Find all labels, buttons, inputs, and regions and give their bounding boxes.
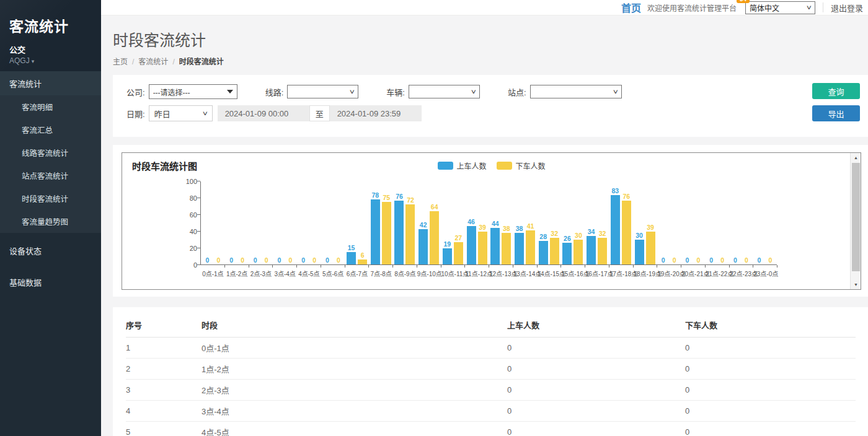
bar[interactable] (502, 233, 511, 264)
bar[interactable] (598, 238, 607, 264)
bar-group: 1927 (441, 181, 465, 264)
y-axis-tick (197, 248, 200, 248)
sidebar-item[interactable]: 基础数据 (0, 268, 101, 296)
org-code-dropdown[interactable]: AQGJ▾ (9, 56, 92, 65)
sidebar-item-passenger-stats[interactable]: 客流统计 (0, 71, 101, 95)
x-axis-label: 5点-6点 (321, 269, 345, 278)
table-row[interactable]: 10点-1点00 (126, 338, 856, 359)
y-axis-tick (197, 198, 200, 198)
bar-column: 0 (262, 256, 271, 264)
bar[interactable] (371, 199, 380, 264)
bar-column: 30 (635, 232, 644, 265)
bar-column: 83 (611, 187, 620, 264)
bar[interactable] (478, 232, 487, 264)
company-select[interactable]: ---请选择--- (149, 84, 237, 99)
logout-link[interactable]: 退出登录 (831, 2, 863, 14)
date-from-input[interactable]: 2024-01-09 00:00 (218, 105, 309, 121)
bar-column: 78 (371, 191, 380, 264)
breadcrumb-item[interactable]: 主页 (113, 58, 128, 66)
company-label: 公司: (126, 86, 145, 98)
legend-item[interactable]: 下车人数 (497, 160, 546, 171)
bar[interactable] (418, 229, 428, 264)
bar[interactable] (430, 211, 439, 264)
bar[interactable] (562, 243, 572, 264)
bar-group: 00 (753, 181, 777, 264)
main-area: 首页 欢迎使用客流统计管理平台 34 简体中文 ˅ 退出登录 时段客流统计 主页… (101, 0, 868, 436)
sidebar-item[interactable]: 设备状态 (0, 237, 101, 264)
notification-badge[interactable]: 34 (737, 0, 750, 3)
bar-column: 0 (203, 256, 212, 264)
scroll-up-icon[interactable]: ▲ (851, 153, 861, 162)
bar[interactable] (635, 240, 644, 265)
bar[interactable] (443, 248, 452, 264)
bar[interactable] (539, 241, 548, 264)
bar[interactable] (646, 232, 655, 264)
language-select-wrap: 34 简体中文 ˅ (745, 1, 815, 14)
bar-value-label: 0 (337, 256, 340, 264)
table-row[interactable]: 21点-2点00 (126, 359, 856, 380)
scrollbar-thumb[interactable] (852, 163, 860, 271)
bar[interactable] (574, 240, 583, 265)
station-label: 站点: (508, 86, 526, 98)
x-axis-label: 4点-5点 (297, 269, 321, 278)
date-preset-select[interactable]: 昨日 ˅ (149, 105, 213, 121)
bar[interactable] (454, 242, 463, 264)
table-row[interactable]: 54点-5点00 (126, 422, 856, 436)
x-axis-tick (561, 265, 585, 268)
bar-value-label: 0 (673, 256, 676, 264)
sidebar-subitem[interactable]: 站点客流统计 (0, 164, 101, 187)
bar[interactable] (347, 252, 356, 264)
breadcrumb-item[interactable]: 客流统计 (138, 58, 168, 66)
station-select[interactable]: ˅ (530, 85, 622, 98)
vehicle-select[interactable]: ˅ (409, 85, 480, 98)
table-cell: 0 (507, 380, 685, 401)
sidebar-subitem[interactable]: 线路客流统计 (0, 141, 101, 164)
sidebar-submenu: 客流明细客流汇总线路客流统计站点客流统计时段客流统计客流量趋势图 (0, 95, 101, 233)
bar[interactable] (467, 226, 476, 264)
line-select[interactable]: ˅ (287, 85, 358, 98)
date-label: 日期: (126, 108, 145, 120)
legend-item[interactable]: 上车人数 (437, 160, 486, 171)
query-button[interactable]: 查询 (812, 83, 860, 99)
bar[interactable] (382, 202, 391, 264)
x-axis-labels: 0点-1点1点-2点2点-3点3点-4点4点-5点5点-6点6点-7点7点-8点… (201, 269, 777, 278)
home-link[interactable]: 首页 (621, 0, 641, 15)
bar[interactable] (550, 238, 559, 264)
bar-group: 3841 (513, 181, 537, 264)
chart-scrollbar[interactable]: ▲ ▼ (850, 153, 861, 289)
bar[interactable] (405, 204, 415, 264)
x-axis-tick (465, 265, 489, 268)
table-panel: 序号时段上车人数下车人数 10点-1点0021点-2点0032点-3点0043点… (113, 307, 868, 436)
filter-row-1: 公司: ---请选择--- 线路: ˅ 车辆: ˅ 站点: ˅ (126, 84, 860, 100)
sidebar-subitem[interactable]: 客流量趋势图 (0, 210, 101, 233)
bar[interactable] (611, 195, 620, 264)
language-select[interactable]: 简体中文 ˅ (745, 1, 815, 14)
table-row[interactable]: 43点-4点00 (126, 401, 856, 422)
bar[interactable] (526, 230, 535, 264)
chevron-down-icon: ˅ (807, 4, 812, 11)
chevron-down-icon: ˅ (613, 89, 618, 95)
bar[interactable] (622, 201, 631, 264)
bar[interactable] (587, 236, 596, 264)
table-cell: 1点-2点 (202, 359, 507, 380)
chart-box: 时段车流统计图 上车人数下车人数 02040608010000000000000… (122, 152, 861, 290)
bar-value-label: 0 (769, 256, 773, 264)
sidebar-subitem[interactable]: 客流明细 (0, 95, 101, 118)
bar[interactable] (358, 259, 367, 264)
bar-value-label: 76 (622, 193, 630, 200)
bar[interactable] (515, 233, 524, 264)
caret-down-icon: ▾ (32, 58, 35, 64)
bar-column: 32 (550, 230, 559, 264)
bar-column: 26 (562, 235, 572, 264)
bar[interactable] (394, 201, 404, 264)
stats-table: 序号时段上车人数下车人数 10点-1点0021点-2点0032点-3点0043点… (126, 313, 856, 436)
bar[interactable] (490, 228, 500, 264)
table-row[interactable]: 32点-3点00 (126, 380, 856, 401)
sidebar-subitem[interactable]: 客流汇总 (0, 118, 101, 141)
date-to-input[interactable]: 2024-01-09 23:59 (330, 105, 422, 121)
sidebar-subitem[interactable]: 时段客流统计 (0, 187, 101, 210)
export-button[interactable]: 导出 (812, 105, 860, 121)
bar-value-label: 30 (575, 232, 582, 239)
scroll-down-icon[interactable]: ▼ (851, 280, 861, 289)
x-axis-tick (634, 265, 658, 268)
